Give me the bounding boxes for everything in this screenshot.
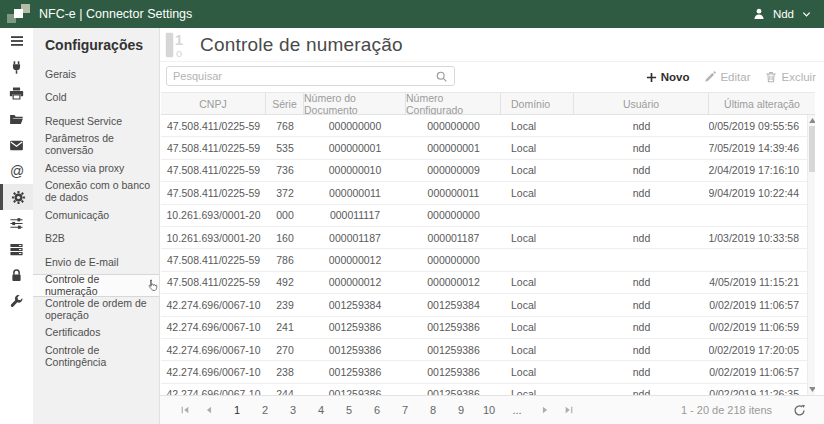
sidebar-item[interactable]: Comunicação xyxy=(33,203,159,227)
table-row[interactable]: 47.508.411/0225-59786000000012000000000 xyxy=(161,249,807,271)
page-button[interactable]: 2 xyxy=(251,404,279,416)
table-cell: 001259386 xyxy=(304,339,406,360)
new-button[interactable]: Novo xyxy=(646,71,690,83)
table-cell: 000000000 xyxy=(406,249,501,270)
sidebar-item[interactable]: B2B xyxy=(33,227,159,251)
page-button[interactable]: 9 xyxy=(447,404,475,416)
table-scrollbar[interactable] xyxy=(807,115,815,395)
page-button[interactable]: 6 xyxy=(363,404,391,416)
rail-item-folder[interactable] xyxy=(0,106,33,132)
page-button[interactable]: 10 xyxy=(475,404,503,416)
column-header[interactable]: Número Configurado xyxy=(406,93,501,114)
table-cell: 47.508.411/0225-59 xyxy=(161,249,266,270)
sidebar-item-label: Conexão com o banco de dados xyxy=(45,179,159,203)
table-row[interactable]: 47.508.411/0225-59768000000000000000000L… xyxy=(161,115,807,137)
table-row[interactable]: 10.261.693/0001-20000000011117000000000 xyxy=(161,205,807,227)
rail-item-at[interactable]: @ xyxy=(0,158,33,184)
scroll-down-icon[interactable] xyxy=(808,387,815,392)
search-icon xyxy=(435,70,448,83)
at-icon: @ xyxy=(9,163,25,179)
page-button[interactable]: 7 xyxy=(391,404,419,416)
sidebar-item[interactable]: Controle de ordem de operação xyxy=(33,297,159,321)
scroll-up-icon[interactable] xyxy=(808,118,815,123)
table-cell: Local xyxy=(501,115,574,136)
table-row[interactable]: 42.274.696/0067-10241001259386001259386L… xyxy=(161,317,807,339)
page-button[interactable]: 5 xyxy=(335,404,363,416)
table-cell: Local xyxy=(501,182,574,203)
table-row[interactable]: 10.261.693/0001-20160000001187000001187L… xyxy=(161,227,807,249)
sidebar-item[interactable]: Conexão com o banco de dados xyxy=(33,180,159,204)
rail-item-sliders[interactable] xyxy=(0,210,33,236)
table-cell: 768 xyxy=(266,115,304,136)
delete-button-label: Excluir xyxy=(781,71,816,83)
rail-item-menu[interactable] xyxy=(0,28,33,54)
column-header[interactable]: CNPJ xyxy=(161,93,266,114)
table-cell: 000000000 xyxy=(406,205,501,226)
table-cell: 47.508.411/0225-59 xyxy=(161,160,266,181)
items-summary: 1 - 20 de 218 itens xyxy=(681,404,772,416)
sidebar-title: Configurações xyxy=(33,28,159,53)
table-row[interactable]: 42.274.696/0067-10244001259386001259386L… xyxy=(161,384,807,395)
sidebar-item[interactable]: Gerais xyxy=(33,62,159,86)
refresh-button[interactable] xyxy=(787,404,811,417)
table-row[interactable]: 42.274.696/0067-10270001259386001259386L… xyxy=(161,339,807,361)
page-button[interactable]: 1 xyxy=(223,404,251,416)
sidebar-item-label: Parâmetros de conversão xyxy=(45,132,159,156)
page-button[interactable]: 4 xyxy=(307,404,335,416)
top-bar: NFC-e | Connector Settings Ndd xyxy=(0,0,824,28)
sidebar-item[interactable]: Cold xyxy=(33,86,159,110)
sidebar-item[interactable]: Request Service xyxy=(33,109,159,133)
column-header[interactable]: Última alteração xyxy=(709,93,815,114)
sidebar-item[interactable]: Acesso via proxy xyxy=(33,156,159,180)
app-title: NFC-e | Connector Settings xyxy=(39,7,192,21)
first-page-button[interactable] xyxy=(173,405,197,415)
delete-button[interactable]: Excluir xyxy=(765,71,816,83)
table-row[interactable]: 42.274.696/0067-10239001259384001259384L… xyxy=(161,294,807,316)
column-header[interactable]: Série xyxy=(266,93,304,114)
wrench-icon xyxy=(9,294,24,309)
new-button-label: Novo xyxy=(661,71,690,83)
scrollbar-thumb[interactable] xyxy=(809,126,815,172)
user-menu[interactable]: Ndd xyxy=(752,7,812,21)
table-row[interactable]: 47.508.411/0225-59736000000010000000009L… xyxy=(161,160,807,182)
table-cell: 09/04/2019 10:22:44 xyxy=(709,182,807,203)
search-input[interactable] xyxy=(167,70,435,82)
page-button[interactable]: 3 xyxy=(279,404,307,416)
table-cell: 535 xyxy=(266,137,304,158)
table-cell: 000011117 xyxy=(304,205,406,226)
rail-item-mail[interactable] xyxy=(0,132,33,158)
table-row[interactable]: 42.274.696/0067-10238001259386001259386L… xyxy=(161,361,807,383)
table-cell: 42.274.696/0067-10 xyxy=(161,361,266,382)
sidebar-item[interactable]: Controle de Contingência xyxy=(33,344,159,368)
table-cell: 24/05/2019 11:15:21 xyxy=(709,272,807,293)
table-cell: 42.274.696/0067-10 xyxy=(161,317,266,338)
sidebar-item[interactable]: Certificados xyxy=(33,321,159,345)
rail-item-wrench[interactable] xyxy=(0,288,33,314)
column-header[interactable]: Domínio xyxy=(501,93,574,114)
page-button[interactable]: 8 xyxy=(419,404,447,416)
table-cell: 270 xyxy=(266,339,304,360)
last-page-button[interactable] xyxy=(557,405,581,415)
table-row[interactable]: 47.508.411/0225-59492000000012000000012L… xyxy=(161,272,807,294)
rail-item-lock[interactable] xyxy=(0,262,33,288)
rail-item-gear[interactable] xyxy=(0,184,33,210)
rail-item-server[interactable] xyxy=(0,236,33,262)
edit-button[interactable]: Editar xyxy=(704,71,750,83)
column-header[interactable]: Número do Documento xyxy=(304,93,406,114)
plug-icon xyxy=(9,60,24,75)
table-cell: Local xyxy=(501,361,574,382)
table-row[interactable]: 47.508.411/0225-59535000000001000000001L… xyxy=(161,137,807,159)
sidebar-item[interactable]: Parâmetros de conversão xyxy=(33,133,159,157)
sidebar-item[interactable]: Controle de numeração xyxy=(33,274,159,298)
search-box xyxy=(166,66,455,86)
rail-item-printer[interactable] xyxy=(0,80,33,106)
prev-page-button[interactable] xyxy=(197,405,221,415)
next-page-button[interactable] xyxy=(533,405,557,415)
column-header[interactable]: Usuário xyxy=(574,93,709,114)
table-cell: 20/05/2019 09:55:56 xyxy=(709,115,807,136)
table-row[interactable]: 47.508.411/0225-59372000000011000000011L… xyxy=(161,182,807,204)
page-ellipsis-button[interactable]: ... xyxy=(503,404,531,416)
rail-item-plug[interactable] xyxy=(0,54,33,80)
plus-icon xyxy=(646,72,657,83)
sidebar-item[interactable]: Envio de E-mail xyxy=(33,250,159,274)
